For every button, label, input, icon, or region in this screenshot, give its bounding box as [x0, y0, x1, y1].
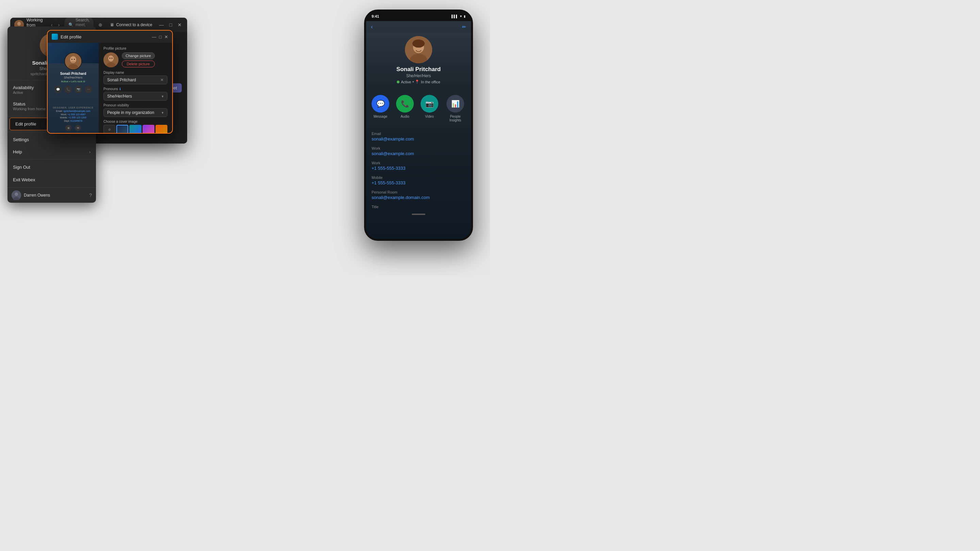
- phone-back-button[interactable]: ‹: [371, 24, 372, 30]
- svg-point-20: [108, 56, 114, 62]
- maximize-button[interactable]: □: [168, 21, 173, 28]
- audio-action-button[interactable]: 📞 Audio: [396, 95, 414, 122]
- modal-titlebar: Edit profile — □ ✕: [48, 30, 172, 43]
- form-avatar: [103, 52, 118, 67]
- status-item-left: Status Working from home 🏠: [13, 102, 51, 111]
- close-button[interactable]: ✕: [176, 21, 183, 28]
- preview-action-icons: 💬 📞 📷 ⋯: [50, 86, 96, 93]
- message-action-button[interactable]: 💬 Message: [372, 95, 389, 122]
- message-label: Message: [374, 114, 388, 118]
- cover-dark-blue-item[interactable]: [116, 125, 128, 133]
- scroll-indicator: [412, 214, 425, 215]
- cover-orange-gold-item[interactable]: [156, 125, 167, 133]
- mobile-phone: 9:41 ▌▌▌ ▼ ▮ ‹ ✏ Sonal: [364, 10, 473, 241]
- personal-room-value[interactable]: sonali@example.domain.com: [372, 195, 466, 200]
- preview-avatar: [64, 52, 82, 70]
- pronoun-visibility-select[interactable]: People in my organization ▾: [103, 108, 167, 117]
- phone-edit-button[interactable]: ✏: [462, 24, 466, 30]
- cover-image-grid: ⊘: [103, 125, 167, 133]
- preview-contact: Email: spritchard@example.com Work: +1 5…: [50, 110, 97, 123]
- phone-profile-status: Active • 📍 In the office: [397, 79, 440, 84]
- phone-header: ‹ ✏: [366, 21, 471, 33]
- preview-role: DESIGNER, USER EXPERIENCE: [50, 106, 97, 109]
- phone-status-bar: 9:41 ▌▌▌ ▼ ▮: [366, 11, 471, 21]
- modal-body: Sonali Pritchard She/Her/Hers Active • L…: [48, 43, 172, 133]
- add-tab-button[interactable]: ⊕: [96, 21, 105, 28]
- status-value: Working from home 🏠: [13, 107, 51, 111]
- svg-point-23: [111, 58, 113, 59]
- modal-close-button[interactable]: ✕: [164, 34, 168, 40]
- message-circle-icon: 💬: [372, 95, 389, 113]
- chevron-down-icon: ▾: [162, 94, 164, 98]
- webex-logo: [52, 34, 58, 40]
- personal-room-contact-row: Personal Room sonali@example.domain.com: [372, 190, 466, 200]
- settings-menu-item[interactable]: Settings: [8, 133, 96, 146]
- delete-picture-button[interactable]: Delete picture: [122, 60, 155, 67]
- work-phone-label: Work: [372, 161, 466, 165]
- more-preview-icon: ⋯: [85, 86, 92, 93]
- pronouns-label-text: Pronouns: [103, 87, 118, 91]
- connect-device-button[interactable]: 🖥 Connect to a device: [107, 21, 155, 29]
- pronouns-select[interactable]: She/Her/Hers ▾: [103, 92, 167, 101]
- svg-point-17: [72, 59, 73, 60]
- audio-circle-icon: 📞: [396, 95, 414, 113]
- mobile-contact-row: Mobile +1 555-555-3333: [372, 176, 466, 185]
- phone-profile-section: Sonali Pritchard She/Her/Hers Active • 📍…: [366, 33, 471, 89]
- audio-label: Audio: [401, 114, 409, 118]
- insights-circle-icon: 📊: [447, 95, 464, 113]
- clear-name-icon[interactable]: ✕: [160, 78, 164, 82]
- sign-out-menu-item[interactable]: Sign Out: [8, 161, 96, 173]
- modal-maximize-button[interactable]: □: [159, 34, 162, 40]
- work-phone-value[interactable]: +1 555-555-3333: [372, 166, 466, 171]
- phone-time: 9:41: [372, 14, 379, 18]
- cover-none-item[interactable]: ⊘: [103, 125, 115, 133]
- svg-point-22: [110, 58, 111, 59]
- video-circle-icon: 📷: [421, 95, 438, 113]
- modal-minimize-button[interactable]: —: [152, 34, 156, 40]
- preview-title-section: DESIGNER, USER EXPERIENCE Email: spritch…: [48, 104, 99, 133]
- status-label: Status: [13, 102, 51, 106]
- chevron-right-icon-3: ›: [89, 150, 91, 154]
- email-contact-label: Email: [372, 132, 466, 136]
- change-picture-button[interactable]: Change picture: [122, 52, 155, 59]
- chevron-down-icon-2: ▾: [162, 111, 164, 115]
- exit-webex-label: Exit Webex: [13, 177, 35, 182]
- work-phone-contact-row: Work +1 555-555-3333: [372, 161, 466, 171]
- pronouns-label: Pronouns ℹ: [103, 87, 167, 91]
- svg-point-12: [14, 192, 18, 196]
- sidebar-footer: Darren Owens ?: [8, 188, 96, 203]
- video-action-button[interactable]: 📷 Video: [421, 95, 438, 122]
- phone-profile-name: Sonali Pritchard: [396, 66, 441, 73]
- display-name-input[interactable]: Sonali Pritchard ✕: [103, 76, 167, 84]
- title-label: Title: [372, 205, 466, 209]
- help-menu-item[interactable]: Help ›: [8, 146, 96, 158]
- minimize-button[interactable]: —: [158, 21, 165, 28]
- monitor-icon: 🖥: [110, 22, 114, 27]
- preview-bottom-actions: ⊕ ✉: [50, 125, 97, 131]
- edit-profile-modal: Edit profile — □ ✕ Sonali Pritchard: [47, 30, 173, 134]
- signout-section: Sign Out Exit Webex: [8, 159, 96, 188]
- personal-room-label: Personal Room: [372, 190, 466, 194]
- mobile-contact-label: Mobile: [372, 176, 466, 179]
- cover-purple-pink-item[interactable]: [143, 125, 154, 133]
- title-contact-row: Title: [372, 205, 466, 209]
- connect-device-label: Connect to a device: [116, 22, 152, 27]
- email-contact-value[interactable]: sonali@example.com: [372, 137, 466, 141]
- info-icon: ℹ: [119, 87, 121, 91]
- mobile-contact-value[interactable]: +1 555-555-3333: [372, 180, 466, 185]
- battery-icon: ▮: [464, 14, 466, 18]
- svg-point-18: [74, 59, 75, 60]
- preview-mobile: +1 555 123 1200: [68, 116, 86, 119]
- work-email-value[interactable]: sonali@example.com: [372, 151, 466, 156]
- settings-section: Settings Help ›: [8, 132, 96, 159]
- help-label: Help: [13, 149, 22, 154]
- footer-user-name: Darren Owens: [24, 193, 50, 198]
- exit-webex-menu-item[interactable]: Exit Webex: [8, 173, 96, 186]
- preview-action-icon-1: ⊕: [65, 125, 72, 131]
- people-insights-action-button[interactable]: 📊 People Insights: [445, 95, 466, 122]
- cover-teal-item[interactable]: [129, 125, 141, 133]
- footer-avatar: [11, 191, 21, 200]
- preview-action-icon-2: ✉: [75, 125, 81, 131]
- phone-actions: 💬 Message 📞 Audio 📷 Video 📊 People Insig…: [366, 89, 471, 127]
- preview-dept: 512345678: [70, 120, 82, 122]
